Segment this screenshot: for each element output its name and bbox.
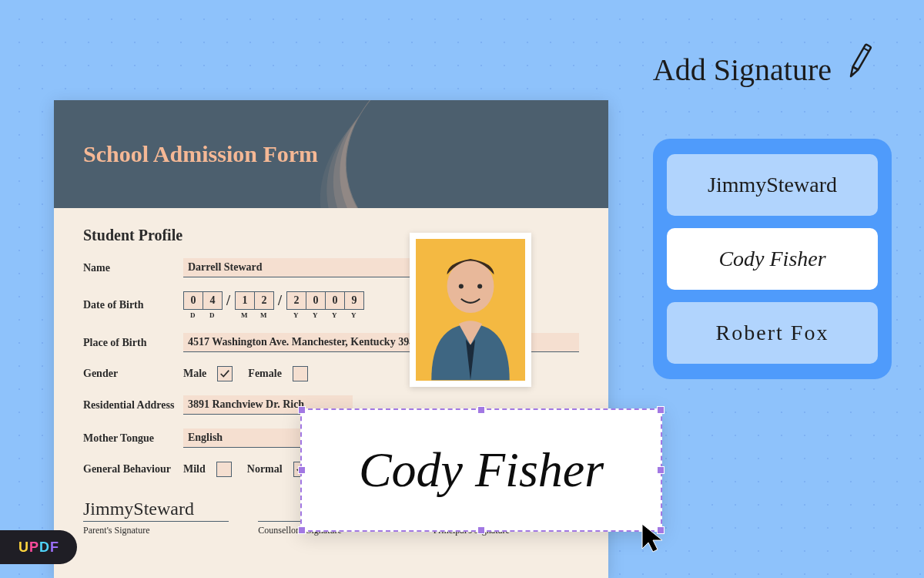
label-name: Name [83,262,183,274]
resize-handle-tm[interactable] [477,406,485,414]
gender-female-label: Female [248,368,282,380]
svg-point-2 [459,284,464,289]
logo-letter-u: U [18,539,28,556]
input-dob[interactable]: 0D 4D / 1M 2M / 2Y 0Y 0Y 9Y [183,291,363,319]
resize-handle-tr[interactable] [657,406,665,414]
pencil-icon [841,39,878,88]
behaviour-mild-checkbox[interactable] [216,462,232,477]
updf-logo-badge: U P D F [0,530,77,564]
gender-female-checkbox[interactable] [293,366,308,381]
signature-palette: JimmySteward Cody Fisher Robert Fox [653,139,892,379]
svg-marker-8 [642,524,662,552]
signature-stamp[interactable]: Cody Fisher [300,408,662,532]
label-behaviour: General Behaviour [83,463,183,476]
behaviour-normal-label: Normal [247,463,283,476]
form-title: School Admission Form [83,141,318,167]
add-signature-text: Add Signature [653,52,832,88]
label-address: Residential Address [83,399,183,412]
add-signature-heading: Add Signature [653,39,878,88]
signature-option-2[interactable]: Robert Fox [667,302,878,364]
resize-handle-mr[interactable] [657,466,665,474]
logo-letter-p: P [29,539,38,556]
parent-signature-label: Parent's Signature [83,525,229,536]
gender-male-label: Male [183,368,206,380]
svg-point-1 [447,260,494,313]
student-photo [410,233,531,387]
gender-male-checkbox[interactable] [217,366,233,381]
svg-line-7 [864,48,869,51]
label-pob: Place of Birth [83,337,183,349]
label-tongue: Mother Tongue [83,432,183,445]
behaviour-mild-label: Mild [183,463,206,476]
resize-handle-ml[interactable] [298,466,306,474]
svg-rect-4 [853,44,872,69]
label-gender: Gender [83,368,183,380]
label-dob: Date of Birth [83,299,183,311]
parent-signature-field[interactable]: JimmySteward [83,492,229,522]
signature-option-1[interactable]: Cody Fisher [667,228,878,290]
resize-handle-bm[interactable] [477,526,485,534]
logo-letter-d: D [39,539,49,556]
signature-stamp-text: Cody Fisher [359,442,604,499]
svg-point-3 [477,284,482,289]
cursor-icon [639,523,671,555]
resize-handle-bl[interactable] [298,526,306,534]
svg-marker-5 [849,67,859,78]
logo-letter-f: F [50,539,59,556]
resize-handle-tl[interactable] [298,406,306,414]
form-header: School Admission Form [54,100,608,208]
signature-option-0[interactable]: JimmySteward [667,154,878,216]
